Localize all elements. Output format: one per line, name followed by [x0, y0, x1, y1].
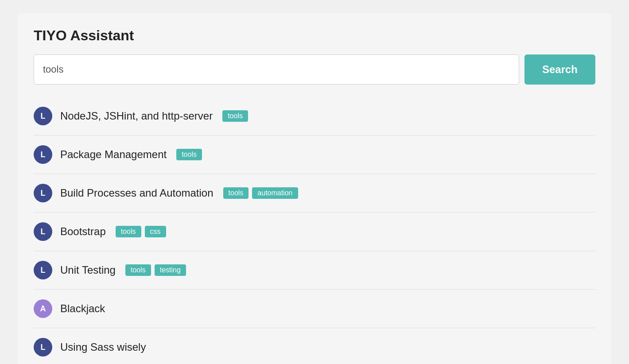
result-title: Package Management [60, 148, 167, 161]
tag: tools [116, 226, 141, 237]
list-item[interactable]: LPackage Managementtools [34, 136, 595, 174]
result-title: NodeJS, JSHint, and http-server [60, 110, 213, 122]
list-item[interactable]: LBootstraptoolscss [34, 213, 595, 251]
result-title: Unit Testing [60, 264, 116, 276]
result-content: Unit Testingtoolstesting [60, 264, 186, 276]
tag: testing [155, 264, 186, 276]
tags-container: toolstesting [125, 264, 186, 276]
result-content: Build Processes and Automationtoolsautom… [60, 187, 298, 199]
main-container: TIYO Assistant Search LNodeJS, JSHint, a… [18, 13, 611, 364]
tag: css [145, 226, 166, 237]
tag: tools [125, 264, 151, 276]
tags-container: tools [222, 110, 248, 122]
result-content: Blackjack [60, 302, 110, 315]
result-title: Bootstrap [60, 225, 106, 238]
tag: tools [222, 110, 248, 122]
avatar: L [34, 107, 52, 125]
tag: automation [252, 187, 298, 199]
results-list: LNodeJS, JSHint, and http-servertoolsLPa… [34, 97, 595, 364]
tags-container: toolscss [116, 226, 166, 237]
search-input[interactable] [34, 54, 519, 85]
result-content: Package Managementtools [60, 148, 202, 161]
avatar: L [34, 184, 52, 202]
result-content: Using Sass wisely [60, 341, 151, 353]
avatar: L [34, 338, 52, 356]
result-title: Blackjack [60, 302, 105, 315]
result-content: NodeJS, JSHint, and http-servertools [60, 110, 248, 122]
search-bar: Search [34, 54, 595, 85]
result-title: Using Sass wisely [60, 341, 146, 353]
list-item[interactable]: LUsing Sass wisely [34, 328, 595, 364]
search-button[interactable]: Search [524, 54, 595, 85]
result-content: Bootstraptoolscss [60, 225, 166, 238]
avatar: L [34, 261, 52, 279]
tags-container: tools [176, 149, 202, 160]
list-item[interactable]: ABlackjack [34, 290, 595, 328]
app-title: TIYO Assistant [34, 27, 595, 44]
tag: tools [176, 149, 202, 160]
avatar: L [34, 145, 52, 164]
tags-container: toolsautomation [223, 187, 298, 199]
list-item[interactable]: LUnit Testingtoolstesting [34, 251, 595, 290]
tag: tools [223, 187, 249, 199]
avatar: L [34, 222, 52, 241]
list-item[interactable]: LNodeJS, JSHint, and http-servertools [34, 97, 595, 136]
list-item[interactable]: LBuild Processes and Automationtoolsauto… [34, 174, 595, 213]
result-title: Build Processes and Automation [60, 187, 214, 199]
avatar: A [34, 299, 52, 318]
